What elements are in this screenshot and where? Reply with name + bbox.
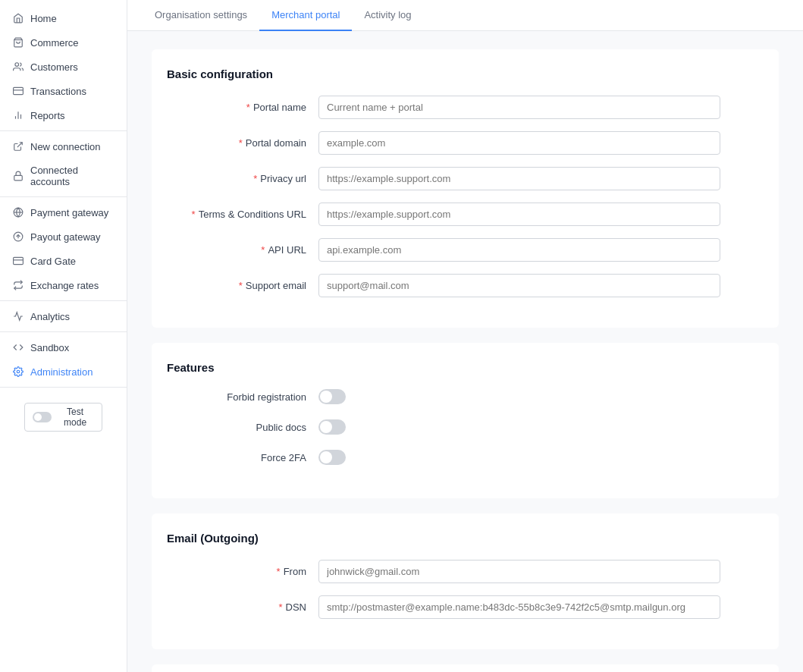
sidebar-divider-2 [0, 196, 127, 197]
main-content: Organisation settings Merchant portal Ac… [127, 0, 803, 672]
portal-name-row: *Portal name [167, 96, 764, 119]
svg-rect-2 [14, 87, 24, 94]
portal-name-label: *Portal name [167, 102, 318, 113]
test-mode-label: Test mode [56, 407, 94, 428]
analytics-icon [12, 310, 24, 322]
force-2fa-toggle[interactable] [318, 450, 346, 465]
sidebar-item-administration[interactable]: Administration [0, 360, 127, 384]
sidebar-item-payout-gateway[interactable]: Payout gateway [0, 225, 127, 249]
force-2fa-row: Force 2FA [167, 450, 764, 465]
page-content: Basic configuration *Portal name *Portal… [127, 31, 803, 672]
support-email-input[interactable] [318, 274, 720, 297]
public-docs-toggle[interactable] [318, 419, 346, 435]
sidebar: Home Commerce Customers Transactions Rep… [0, 0, 127, 672]
tab-bar: Organisation settings Merchant portal Ac… [127, 0, 803, 31]
sidebar-item-home[interactable]: Home [0, 6, 127, 30]
sidebar-label-payout-gateway: Payout gateway [30, 231, 101, 243]
from-input[interactable] [318, 560, 720, 583]
email-outgoing-title: Email (Outgoing) [167, 532, 764, 545]
basic-config-title: Basic configuration [167, 68, 764, 80]
sidebar-item-new-connection[interactable]: New connection [0, 134, 127, 159]
privacy-url-input[interactable] [318, 167, 720, 190]
public-docs-label: Public docs [167, 422, 318, 433]
portal-domain-row: *Portal domain [167, 131, 764, 155]
terms-conditions-url-input[interactable] [318, 203, 720, 226]
api-url-input[interactable] [318, 238, 720, 262]
home-icon [12, 12, 24, 24]
sidebar-item-customers[interactable]: Customers [0, 55, 127, 79]
sidebar-divider-3 [0, 300, 127, 301]
test-mode-toggle-icon [33, 412, 52, 422]
sidebar-item-connected-accounts[interactable]: Connected accounts [0, 159, 127, 193]
sandbox-icon [12, 341, 24, 353]
sidebar-label-payment-gateway: Payment gateway [30, 207, 108, 218]
email-outgoing-section: Email (Outgoing) *From *DSN [152, 513, 779, 649]
sidebar-item-transactions[interactable]: Transactions [0, 79, 127, 103]
administration-icon [12, 366, 24, 378]
transactions-icon [12, 85, 24, 97]
sidebar-item-payment-gateway[interactable]: Payment gateway [0, 200, 127, 225]
sidebar-label-new-connection: New connection [30, 141, 101, 152]
sidebar-label-administration: Administration [30, 366, 93, 378]
sidebar-item-analytics[interactable]: Analytics [0, 304, 127, 328]
public-docs-row: Public docs [167, 419, 764, 435]
recaptcha-section: Re-CAPTCHA Enabled *Secret key *Site key [152, 664, 779, 672]
sidebar-divider-1 [0, 130, 127, 131]
sidebar-divider-5 [0, 387, 127, 388]
svg-point-1 [15, 63, 19, 67]
sidebar-label-card-gate: Card Gate [30, 256, 76, 267]
reports-icon [12, 109, 24, 121]
exchange-rates-icon [12, 279, 24, 291]
sidebar-label-commerce: Commerce [30, 37, 79, 49]
terms-conditions-url-row: *Terms & Conditions URL [167, 203, 764, 226]
sidebar-item-card-gate[interactable]: Card Gate [0, 249, 127, 273]
tab-activity-log[interactable]: Activity log [352, 0, 423, 31]
card-gate-icon [12, 255, 24, 267]
features-title: Features [167, 361, 764, 374]
api-url-label: *API URL [167, 244, 318, 256]
tab-organisation-settings[interactable]: Organisation settings [143, 0, 259, 31]
force-2fa-label: Force 2FA [167, 452, 318, 463]
api-url-row: *API URL [167, 238, 764, 262]
payment-gateway-icon [12, 206, 24, 218]
forbid-registration-label: Forbid registration [167, 391, 318, 403]
svg-line-7 [17, 143, 22, 147]
forbid-registration-row: Forbid registration [167, 389, 764, 404]
test-mode-button[interactable]: Test mode [24, 403, 102, 432]
sidebar-divider-4 [0, 331, 127, 332]
privacy-url-label: *Privacy url [167, 173, 318, 184]
sidebar-label-customers: Customers [30, 61, 78, 73]
sidebar-label-exchange-rates: Exchange rates [30, 280, 99, 291]
privacy-url-row: *Privacy url [167, 167, 764, 190]
forbid-registration-toggle[interactable] [318, 389, 346, 404]
sidebar-label-transactions: Transactions [30, 86, 86, 97]
portal-domain-input[interactable] [318, 131, 720, 155]
dsn-row: *DSN [167, 595, 764, 619]
sidebar-label-connected-accounts: Connected accounts [30, 165, 114, 187]
test-mode-container: Test mode [0, 391, 127, 444]
dsn-label: *DSN [167, 601, 318, 613]
svg-point-15 [17, 370, 20, 373]
svg-rect-13 [14, 257, 24, 264]
svg-rect-8 [14, 175, 23, 180]
dsn-input[interactable] [318, 595, 720, 619]
sidebar-item-commerce[interactable]: Commerce [0, 30, 127, 55]
sidebar-label-analytics: Analytics [30, 311, 70, 322]
tab-merchant-portal[interactable]: Merchant portal [259, 0, 352, 31]
from-row: *From [167, 560, 764, 583]
basic-config-section: Basic configuration *Portal name *Portal… [152, 49, 779, 328]
support-email-row: *Support email [167, 274, 764, 297]
from-label: *From [167, 566, 318, 577]
sidebar-item-reports[interactable]: Reports [0, 103, 127, 127]
sidebar-label-home: Home [30, 13, 57, 24]
sidebar-item-exchange-rates[interactable]: Exchange rates [0, 273, 127, 297]
sidebar-label-sandbox: Sandbox [30, 342, 69, 353]
terms-conditions-url-label: *Terms & Conditions URL [167, 209, 318, 220]
sidebar-item-sandbox[interactable]: Sandbox [0, 335, 127, 360]
portal-domain-label: *Portal domain [167, 137, 318, 149]
portal-name-input[interactable] [318, 96, 720, 119]
sidebar-label-reports: Reports [30, 110, 65, 121]
customers-icon [12, 61, 24, 73]
payout-gateway-icon [12, 231, 24, 243]
connected-accounts-icon [12, 170, 24, 182]
